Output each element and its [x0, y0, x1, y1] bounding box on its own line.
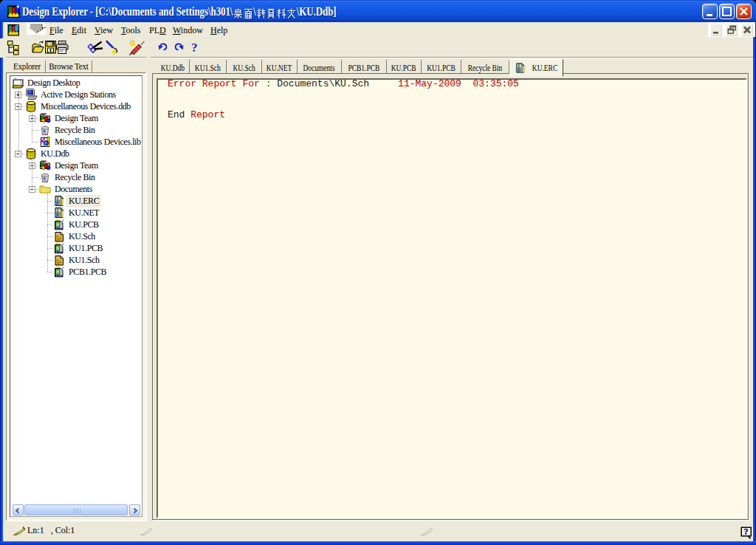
svg-text:?: ? — [744, 527, 749, 537]
svg-text:?: ? — [191, 41, 198, 55]
